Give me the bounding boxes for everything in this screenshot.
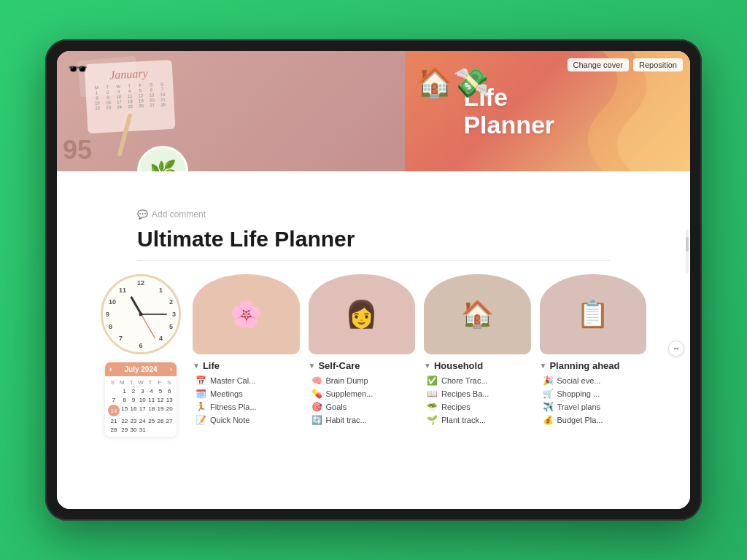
clock-num-7: 7	[119, 335, 123, 342]
list-item[interactable]: 📅 Master Cal...	[196, 376, 300, 386]
category-planning-header[interactable]: ▼ Planning ahead	[540, 360, 647, 371]
list-item[interactable]: 💊 Supplemen...	[311, 389, 416, 399]
category-household-header[interactable]: ▼ Household	[424, 360, 531, 371]
category-selfcare-header[interactable]: ▼ Self-Care	[309, 360, 416, 371]
planning-label: Planning ahead	[549, 360, 619, 371]
second-hand	[141, 314, 155, 338]
recipes-bank-label: Recipes Ba...	[441, 389, 489, 398]
sidebar-expand-button[interactable]: ↔	[668, 341, 684, 357]
clock-num-1: 1	[159, 287, 163, 294]
calendar-header: ‹ July 2024 ›	[105, 362, 177, 376]
clock-num-3: 3	[172, 311, 176, 318]
social-events-icon: 🎉	[543, 376, 554, 386]
scrollbar-track[interactable]	[686, 230, 689, 273]
recipes-label: Recipes	[441, 402, 471, 411]
content-area: ↔ 💬 Add comment Ultimate Life Planner	[57, 171, 690, 509]
today-marker[interactable]: 14	[108, 405, 120, 416]
list-item[interactable]: 🌱 Plant track...	[427, 415, 531, 425]
clock-num-11: 11	[119, 287, 126, 294]
change-cover-button[interactable]: Change cover	[568, 58, 630, 71]
list-item[interactable]: 💰 Budget Pla...	[543, 415, 647, 425]
list-item[interactable]: 📝 Quick Note	[196, 415, 300, 425]
category-planning-arch: 📋	[540, 274, 647, 354]
recipes-icon: 🥗	[427, 402, 438, 412]
divider	[137, 260, 610, 261]
goals-label: Goals	[326, 402, 347, 411]
life-arrow-icon: ▼	[193, 362, 200, 370]
life-items: 📅 Master Cal... 🗓️ Meetings 🏃 Fitness Pl…	[193, 376, 300, 425]
quick-note-label: Quick Note	[210, 416, 249, 424]
brain-dump-icon: 🧠	[311, 376, 322, 386]
chore-tracker-label: Chore Trac...	[441, 376, 488, 385]
category-life: 🌸 ▼ Life 📅 Master Cal...	[193, 274, 300, 425]
cover-title-line2: Planner	[463, 111, 554, 139]
supplements-label: Supplemen...	[326, 389, 374, 398]
category-life-header[interactable]: ▼ Life	[193, 360, 300, 371]
clock-num-6: 6	[139, 342, 142, 349]
clock-num-4: 4	[159, 335, 163, 342]
category-household-arch: 🏠	[424, 274, 531, 354]
household-icon: 🏠	[461, 299, 494, 330]
cover-left-photo: January MTWTFSS 1234567 891011121314 151…	[57, 51, 405, 171]
list-item[interactable]: 🎉 Social eve...	[543, 376, 647, 386]
cal-next-button[interactable]: ›	[170, 365, 172, 373]
main-content: 12 3 6 9 1 11 2 4 7 5 8 10	[57, 274, 690, 452]
comment-icon: 💬	[137, 209, 148, 219]
cover-buttons: Change cover Reposition	[568, 58, 683, 71]
selfcare-arrow-icon: ▼	[309, 362, 316, 370]
reposition-button[interactable]: Reposition	[633, 58, 683, 71]
planning-arrow-icon: ▼	[540, 362, 547, 370]
household-arrow-icon: ▼	[424, 362, 431, 370]
cal-prev-button[interactable]: ‹	[109, 365, 112, 373]
category-selfcare-arch: 👩	[309, 274, 416, 354]
list-item[interactable]: 🥗 Recipes	[427, 402, 531, 412]
planning-items: 🎉 Social eve... 🛒 Shopping ... ✈️ Travel…	[540, 376, 647, 425]
selfcare-items: 🧠 Brain Dump 💊 Supplemen... 🎯 Goals	[309, 376, 416, 425]
category-selfcare: 👩 ▼ Self-Care 🧠 Brain Dump	[309, 274, 416, 425]
clock-num-9: 9	[106, 311, 109, 318]
shopping-icon: 🛒	[543, 389, 554, 399]
master-cal-icon: 📅	[196, 376, 206, 386]
planning-icon: 📋	[576, 299, 609, 330]
meetings-icon: 🗓️	[196, 389, 206, 399]
supplements-icon: 💊	[311, 389, 322, 399]
clock-num-8: 8	[109, 323, 112, 330]
selfcare-label: Self-Care	[318, 360, 360, 371]
page-header: 💬 Add comment Ultimate Life Planner	[57, 171, 690, 260]
clock-num-5: 5	[169, 323, 173, 330]
clock-center	[139, 313, 143, 316]
list-item[interactable]: 🗓️ Meetings	[196, 389, 300, 399]
budget-label: Budget Pla...	[557, 416, 603, 424]
list-item[interactable]: 🎯 Goals	[311, 402, 416, 412]
list-item[interactable]: ✈️ Travel plans	[543, 402, 647, 412]
travel-plans-icon: ✈️	[543, 402, 554, 412]
calendar-days: 1 2 3 4 5 6 7 8 9 10 11	[108, 387, 174, 434]
social-events-label: Social eve...	[557, 376, 601, 385]
list-item[interactable]: ✅ Chore Trac...	[427, 376, 531, 386]
calendar-grid: S M T W T F S 1	[105, 376, 177, 437]
budget-icon: 💰	[543, 415, 554, 425]
category-planning: 📋 ▼ Planning ahead 🎉 Social eve...	[540, 274, 647, 425]
tablet-frame: January MTWTFSS 1234567 891011121314 151…	[45, 39, 702, 521]
clock-widget: 12 3 6 9 1 11 2 4 7 5 8 10	[101, 274, 181, 438]
add-comment-button[interactable]: 💬 Add comment	[137, 209, 610, 219]
meetings-label: Meetings	[210, 389, 243, 398]
habit-tracker-icon: 🔄	[311, 415, 322, 425]
household-label: Household	[434, 360, 483, 371]
plant-tracker-label: Plant track...	[441, 416, 486, 424]
list-item[interactable]: 🛒 Shopping ...	[543, 389, 647, 399]
add-comment-label: Add comment	[152, 209, 206, 219]
brain-dump-label: Brain Dump	[326, 376, 368, 385]
list-item[interactable]: 🏃 Fitness Pla...	[196, 402, 300, 412]
list-item[interactable]: 🧠 Brain Dump	[311, 376, 416, 386]
clock-num-10: 10	[109, 298, 116, 306]
category-household: 🏠 ▼ Household ✅ Chore Trac...	[424, 274, 531, 425]
categories-row: 🌸 ▼ Life 📅 Master Cal...	[193, 274, 646, 425]
list-item[interactable]: 📖 Recipes Ba...	[427, 389, 531, 399]
clock-num-12: 12	[137, 279, 144, 287]
cover-area: January MTWTFSS 1234567 891011121314 151…	[57, 51, 690, 171]
list-item[interactable]: 🔄 Habit trac...	[311, 415, 416, 425]
life-label: Life	[203, 360, 220, 371]
category-life-arch: 🌸	[193, 274, 300, 354]
plant-tracker-icon: 🌱	[427, 415, 438, 425]
